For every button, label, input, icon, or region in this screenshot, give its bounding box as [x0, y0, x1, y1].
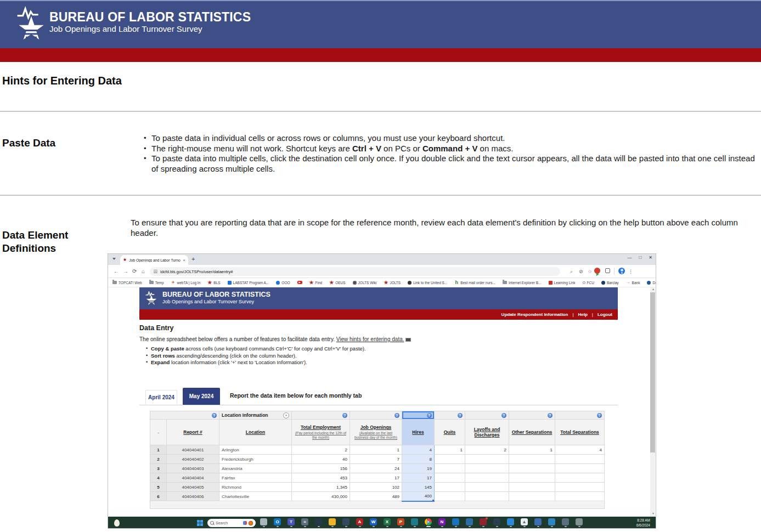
- cell-layoffs[interactable]: [465, 483, 509, 492]
- bookmark-bls[interactable]: ★BLS: [207, 280, 220, 285]
- tab-search-chevron-icon[interactable]: [112, 258, 116, 260]
- column-header-total_employment[interactable]: Total Employment(Pay period including th…: [292, 420, 350, 445]
- home-icon[interactable]: ⌂: [142, 268, 145, 275]
- taskbar-icon-file-explorer[interactable]: [329, 518, 336, 527]
- bookmark-barclay[interactable]: Barclay: [601, 281, 619, 285]
- row-number[interactable]: 4: [150, 473, 167, 483]
- taskbar-icon-copilot[interactable]: [493, 518, 500, 527]
- taskbar-icon-tiles[interactable]: [548, 518, 555, 527]
- cell-hires[interactable]: 145: [402, 483, 435, 492]
- taskbar-icon-remote-desktop[interactable]: [315, 518, 322, 527]
- expand-location-icon[interactable]: +: [283, 412, 289, 418]
- row-number[interactable]: 2: [150, 455, 167, 464]
- extensions-puzzle-icon[interactable]: [605, 268, 610, 273]
- bookmark-webta-log-in[interactable]: +webTA | Log In: [171, 280, 201, 285]
- bookmark-jolts[interactable]: ★JOLTS: [384, 280, 401, 285]
- window-maximize-button[interactable]: □: [639, 255, 641, 260]
- forward-icon[interactable]: →: [123, 268, 128, 275]
- cell-other[interactable]: [509, 492, 555, 501]
- bookmark-internet-explorer-b[interactable]: Internet Explorer B...: [503, 281, 542, 285]
- site-settings-icon[interactable]: [154, 270, 157, 273]
- cell-total_sep[interactable]: 4: [555, 445, 605, 455]
- help-icon[interactable]: ?: [548, 413, 553, 418]
- cell-location[interactable]: Arlington: [219, 445, 292, 455]
- bookmark-temp[interactable]: Temp: [149, 281, 164, 285]
- help-icon[interactable]: ?: [427, 413, 432, 418]
- cell-location[interactable]: Fairfax: [219, 473, 292, 483]
- bookmark-star-icon[interactable]: ☆: [588, 268, 592, 275]
- taskbar-icon-photo-viewer[interactable]: ▲: [521, 518, 528, 527]
- cell-hires[interactable]: 19: [402, 464, 435, 473]
- password-manager-icon[interactable]: ⊘: [579, 268, 583, 275]
- new-tab-button[interactable]: +: [191, 256, 195, 262]
- row-number[interactable]: 6: [150, 492, 167, 501]
- cell-location[interactable]: Charlottesville: [219, 492, 292, 501]
- cell-job_openings[interactable]: 489: [350, 492, 402, 501]
- reload-icon[interactable]: ⟳: [132, 268, 137, 275]
- row-number[interactable]: 5: [150, 483, 167, 492]
- scrollbar-thumb[interactable]: [650, 292, 655, 452]
- row-number[interactable]: 3: [150, 464, 167, 473]
- cell-location[interactable]: Richmond: [219, 483, 292, 492]
- cell-total_employment[interactable]: 40: [292, 455, 350, 464]
- cell-hires[interactable]: 17: [402, 473, 435, 483]
- cell-quits[interactable]: [435, 483, 465, 492]
- url-text[interactable]: idcfd.bls.gov/JOLTSPro/user/dataentry#: [160, 269, 233, 274]
- cell-other[interactable]: 1: [509, 445, 555, 455]
- taskbar-icon-onenote[interactable]: N: [438, 518, 446, 527]
- taskbar-icon-cart[interactable]: [480, 518, 487, 527]
- taskbar-icon-outlook[interactable]: O: [274, 518, 281, 527]
- zoom-icon[interactable]: ⌕: [570, 268, 573, 275]
- column-header-other[interactable]: Other Separations: [509, 420, 555, 445]
- recording-extension-icon[interactable]: [594, 268, 600, 274]
- cell-job_openings[interactable]: 1: [350, 445, 402, 455]
- bookmark-best-mail-order-nurs[interactable]: hBest mail order nurs...: [454, 280, 495, 285]
- update-respondent-info-link[interactable]: Update Respondent Information: [501, 312, 568, 317]
- taskbar-icon-acrobat[interactable]: A: [356, 518, 363, 527]
- scrollbar-up-icon[interactable]: ▲: [652, 288, 655, 291]
- cell-other[interactable]: [509, 455, 555, 464]
- bookmark-youtube[interactable]: ▶: [297, 281, 302, 285]
- cell-report[interactable]: 404040405: [167, 483, 219, 492]
- taskbar-icon-photos-teal[interactable]: [411, 518, 418, 527]
- cell-report[interactable]: 404040402: [167, 455, 219, 464]
- tab-close-icon[interactable]: ×: [183, 258, 185, 263]
- help-icon[interactable]: ?: [501, 413, 506, 418]
- cell-report[interactable]: 404040403: [167, 464, 219, 473]
- taskbar-icon-people[interactable]: [466, 518, 473, 527]
- cell-total_employment[interactable]: 453: [292, 473, 350, 483]
- cell-location[interactable]: Alexandria: [219, 464, 292, 473]
- cell-total_employment[interactable]: 156: [292, 464, 350, 473]
- cell-total_employment[interactable]: 1,345: [292, 483, 350, 492]
- cell-job_openings[interactable]: 7: [350, 455, 402, 464]
- bookmark-find[interactable]: ★Find: [309, 280, 323, 285]
- taskbar-icon-powerpoint[interactable]: P: [397, 518, 404, 527]
- bookmark-topcat-web[interactable]: TOPCAT! Web: [112, 281, 142, 285]
- taskbar-icon-azure[interactable]: [452, 518, 459, 527]
- windows-start-icon[interactable]: [197, 520, 203, 526]
- column-header-location[interactable]: Location: [219, 420, 292, 445]
- back-icon[interactable]: ←: [114, 268, 119, 275]
- cell-hires[interactable]: 4: [402, 445, 435, 455]
- cell-total_employment[interactable]: 430,000: [292, 492, 350, 501]
- cell-layoffs[interactable]: [465, 492, 509, 501]
- column-header-layoffs[interactable]: Layoffs and Discharges: [465, 420, 509, 445]
- taskbar-icon-excel[interactable]: X: [384, 518, 391, 527]
- cell-quits[interactable]: [435, 464, 465, 473]
- taskbar-icon-calculator-gray[interactable]: =: [301, 518, 308, 527]
- window-close-button[interactable]: ✕: [649, 255, 652, 260]
- cell-layoffs[interactable]: [465, 455, 509, 464]
- bookmark-learning-link[interactable]: Learning Link: [549, 281, 576, 285]
- help-link[interactable]: Help: [578, 312, 587, 317]
- bookmark-jolts-wiki[interactable]: JOLTS Wiki: [353, 281, 377, 285]
- cell-report[interactable]: 404040401: [167, 445, 219, 455]
- help-icon[interactable]: ?: [597, 413, 602, 418]
- bookmark-fcu[interactable]: FCU: [583, 281, 594, 285]
- help-icon[interactable]: ?: [458, 413, 463, 418]
- taskbar-icon-teams[interactable]: T: [288, 518, 295, 527]
- taskbar-icon-media-player[interactable]: [562, 518, 569, 527]
- column-header-job_openings[interactable]: Job Openings(Available on the last busin…: [350, 420, 402, 445]
- address-bar[interactable]: idcfd.bls.gov/JOLTSPro/user/dataentry#: [150, 267, 560, 276]
- taskbar-clock[interactable]: 8:28 AM 6/6/2024: [636, 518, 650, 528]
- browser-tab[interactable]: ★ Job Openings and Labor Turno ×: [120, 255, 188, 265]
